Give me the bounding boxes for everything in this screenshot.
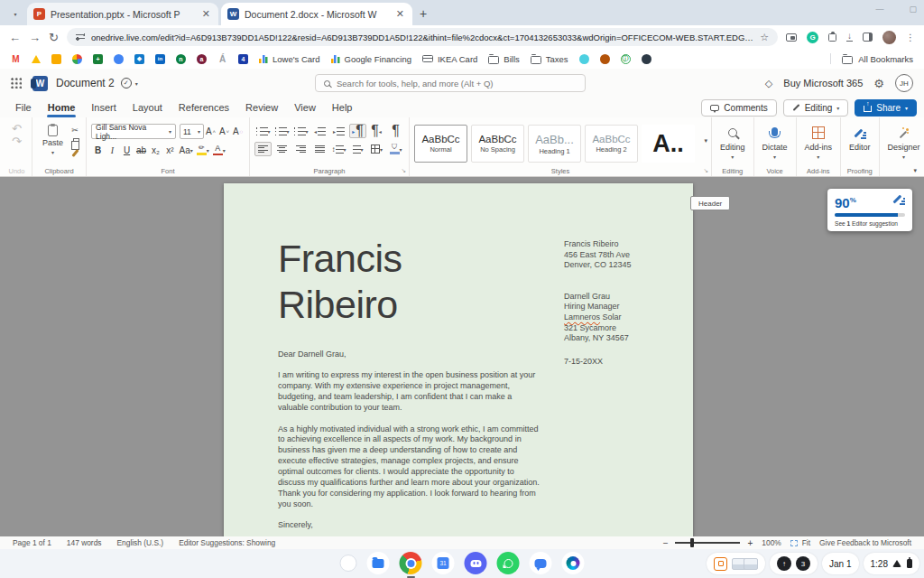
- tab-view[interactable]: View: [286, 99, 324, 116]
- align-right-button[interactable]: [292, 142, 310, 156]
- zoom-out-icon[interactable]: −: [663, 538, 669, 548]
- forward-icon[interactable]: →: [29, 32, 41, 43]
- shading-button[interactable]: ⛉▾: [387, 142, 404, 156]
- fit-page-button[interactable]: Fit: [790, 538, 810, 547]
- share-button[interactable]: Share▾: [855, 99, 917, 117]
- sheets-favicon[interactable]: +: [93, 54, 103, 64]
- undo-icon[interactable]: ↶: [12, 124, 22, 135]
- whatsapp-app-icon[interactable]: [497, 552, 520, 574]
- decrease-indent-button[interactable]: ◂: [311, 124, 328, 138]
- format-painter-icon[interactable]: [71, 149, 79, 157]
- font-name-dropdown[interactable]: Gill Sans Nova Ligh...▾: [91, 124, 176, 139]
- superscript-button[interactable]: x²: [163, 143, 177, 157]
- grow-font-button[interactable]: A˄: [204, 125, 217, 139]
- font-color-button[interactable]: A▾: [211, 143, 226, 157]
- chase-favicon[interactable]: ◆: [134, 54, 144, 64]
- increase-indent-button[interactable]: ▸: [330, 124, 347, 138]
- tab-review[interactable]: Review: [237, 99, 286, 116]
- find-editing-button[interactable]: Editing▾: [716, 123, 749, 160]
- reload-icon[interactable]: ↻: [49, 32, 59, 43]
- zoom-slider[interactable]: [675, 542, 740, 544]
- buy-microsoft-365-link[interactable]: Buy Microsoft 365: [783, 78, 863, 89]
- browser-tab-document[interactable]: W Document 2.docx - Microsoft W ✕: [221, 3, 412, 25]
- all-bookmarks[interactable]: All Bookmarks: [830, 53, 913, 64]
- collapse-ribbon-icon[interactable]: ▾: [913, 167, 917, 174]
- bookmark-ikea-card[interactable]: IKEA Card: [422, 54, 477, 64]
- navy-square-favicon[interactable]: 4: [238, 54, 248, 64]
- do-not-disturb-icon[interactable]: ↑: [777, 556, 791, 571]
- highlight-color-button[interactable]: ✏▾: [195, 143, 210, 157]
- zoom-in-icon[interactable]: +: [747, 538, 753, 548]
- search-bar[interactable]: [315, 74, 586, 92]
- shrink-font-button[interactable]: A˅: [217, 125, 231, 139]
- underline-button[interactable]: U: [120, 143, 134, 157]
- italic-button[interactable]: I: [106, 143, 119, 157]
- address-bar[interactable]: onedrive.live.com/edit?id=A6D913B739DD1A…: [67, 28, 778, 46]
- bold-button[interactable]: B: [91, 143, 105, 157]
- screenshot-thumbnail[interactable]: [744, 558, 758, 570]
- bookmark-google-financing[interactable]: Google Financing: [331, 54, 411, 64]
- bookmark-star-icon[interactable]: ☆: [760, 32, 769, 43]
- notification-tray[interactable]: ↑ 3: [770, 553, 818, 574]
- zoom-level[interactable]: 100%: [762, 538, 781, 547]
- chevron-down-icon[interactable]: ▾: [135, 80, 138, 87]
- comments-button[interactable]: Comments: [701, 99, 776, 117]
- site-settings-icon[interactable]: [76, 33, 85, 41]
- page-count[interactable]: Page 1 of 1: [13, 538, 51, 547]
- tab-search-button[interactable]: ▾: [4, 3, 27, 24]
- style-more[interactable]: A..: [642, 125, 695, 163]
- redo-icon[interactable]: ↷: [12, 136, 22, 147]
- tab-references[interactable]: References: [171, 99, 237, 116]
- styles-gallery-chevron-icon[interactable]: ▾: [705, 137, 708, 144]
- teal-circle-favicon[interactable]: [579, 54, 589, 64]
- browser-tab-presentation[interactable]: P Presentation.pptx - Microsoft P ✕: [27, 3, 218, 25]
- extensions-icon[interactable]: [828, 33, 836, 42]
- side-panel-icon[interactable]: [863, 33, 873, 42]
- numbering-button[interactable]: ▾: [273, 124, 291, 138]
- editor-score-card[interactable]: 90% See 1 Editor suggestion: [827, 189, 912, 231]
- url-text[interactable]: onedrive.live.com/edit?id=A6D913B739DD1A…: [91, 33, 753, 42]
- style-normal[interactable]: AaBbCcNormal: [414, 125, 467, 163]
- drive-favicon[interactable]: [32, 55, 41, 63]
- browser-menu-icon[interactable]: ⋮: [906, 33, 915, 42]
- editing-mode-button[interactable]: Editing▾: [783, 99, 849, 117]
- line-spacing-button[interactable]: ↕▾: [330, 142, 347, 156]
- calendar-app-icon[interactable]: 31: [432, 552, 455, 574]
- bullets-button[interactable]: ▾: [254, 124, 272, 138]
- document-title[interactable]: Document 2: [56, 77, 115, 89]
- strikethrough-button[interactable]: ab: [134, 143, 148, 157]
- document-page[interactable]: Francis Ribeiro Francis Ribeiro 456 East…: [224, 183, 693, 536]
- bookmark-folder-bills[interactable]: Bills: [488, 54, 519, 64]
- maroon-circle-favicon[interactable]: a: [197, 54, 207, 64]
- green-circle-favicon[interactable]: n: [176, 54, 186, 64]
- grammarly-extension-icon[interactable]: G: [807, 32, 818, 43]
- feedback-link[interactable]: Give Feedback to Microsoft: [819, 538, 911, 547]
- saved-status-icon[interactable]: ✓: [121, 78, 132, 89]
- new-tab-button[interactable]: +: [412, 3, 434, 24]
- addins-button[interactable]: Add-ins▾: [801, 123, 836, 160]
- cut-icon[interactable]: ✂: [71, 126, 79, 135]
- word-count[interactable]: 147 words: [67, 538, 102, 547]
- copy-icon[interactable]: [73, 138, 79, 145]
- orange-square-favicon[interactable]: [51, 54, 61, 64]
- paragraph-spacing-button[interactable]: ▾: [349, 142, 366, 156]
- photos-favicon[interactable]: [72, 54, 82, 64]
- maximize-icon[interactable]: ▢: [909, 5, 917, 14]
- justify-button[interactable]: [311, 142, 328, 156]
- settings-gear-icon[interactable]: ⚙: [873, 77, 884, 90]
- close-tab-icon[interactable]: ✕: [200, 8, 212, 20]
- launcher-icon[interactable]: [340, 555, 357, 572]
- tab-file[interactable]: File: [7, 99, 40, 116]
- files-app-icon[interactable]: [367, 552, 390, 574]
- tab-layout[interactable]: Layout: [125, 99, 171, 116]
- tab-insert[interactable]: Insert: [83, 99, 125, 116]
- blue-circle-favicon[interactable]: [114, 54, 124, 64]
- multilevel-list-button[interactable]: ▾: [292, 124, 310, 138]
- font-size-dropdown[interactable]: 11▾: [180, 124, 204, 139]
- account-avatar[interactable]: JH: [895, 74, 913, 92]
- align-center-button[interactable]: [273, 142, 291, 156]
- zoom-slider-handle[interactable]: [690, 538, 694, 547]
- bookmark-lowes-card[interactable]: Lowe's Card: [259, 54, 320, 64]
- change-case-button[interactable]: Aa▾: [178, 143, 194, 157]
- microsoft-365-app-icon[interactable]: [562, 552, 585, 574]
